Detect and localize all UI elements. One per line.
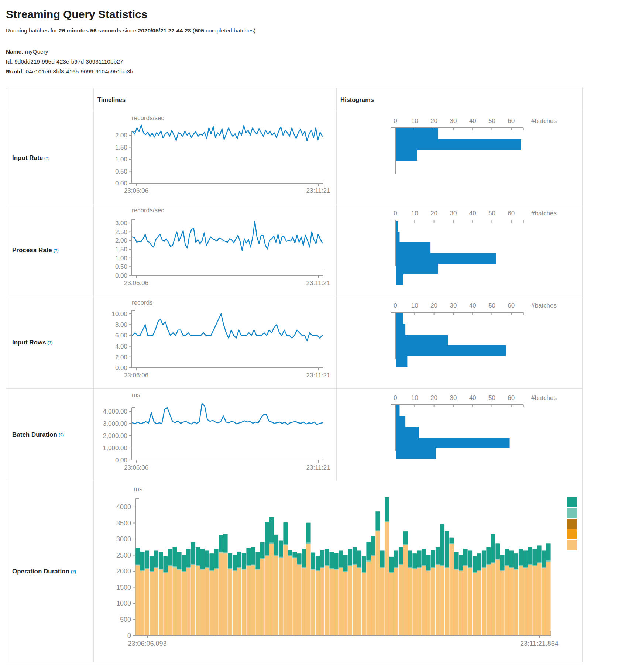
summary-prefix: Running batches for: [6, 27, 59, 34]
operation-duration-legend: [567, 497, 577, 550]
svg-text:40: 40: [469, 302, 476, 309]
input-rows-histogram-chart: 0102030405060#batches: [336, 296, 582, 388]
svg-text:0: 0: [394, 302, 397, 309]
svg-text:0.00: 0.00: [115, 180, 127, 187]
batch-duration-timeline-chart: ms4,000.003,000.002,000.001,000.000.0023…: [93, 388, 336, 481]
running-duration: 26 minutes 56 seconds: [59, 27, 121, 34]
svg-text:records: records: [132, 299, 153, 306]
legend-swatch-5: [567, 540, 577, 550]
legend-swatch-3: [567, 519, 577, 529]
svg-text:23:11:21: 23:11:21: [306, 372, 330, 379]
svg-text:60: 60: [508, 302, 515, 309]
legend-swatch-4: [567, 529, 577, 539]
svg-text:6.00: 6.00: [115, 332, 127, 339]
svg-text:10.00: 10.00: [111, 311, 127, 318]
svg-text:30: 30: [450, 394, 457, 401]
svg-text:50: 50: [488, 302, 495, 309]
input-rate-histogram-svg: 0102030405060#batches: [337, 112, 583, 204]
operation-duration-label: Operation Duration: [12, 568, 69, 575]
process-rate-label: Process Rate: [12, 247, 52, 254]
operation-duration-chart: ms4000350030002500200015001000500023:06:…: [93, 481, 582, 662]
svg-text:1000: 1000: [116, 600, 131, 607]
process-rate-histogram-svg: 0102030405060#batches: [337, 204, 583, 296]
svg-text:2,000.00: 2,000.00: [103, 432, 127, 439]
svg-text:30: 30: [450, 117, 457, 124]
svg-text:2.00: 2.00: [115, 237, 127, 244]
batch-duration-histogram-chart: 0102030405060#batches: [336, 388, 582, 481]
svg-text:20: 20: [430, 394, 437, 401]
query-runid-line: RunId: 04e101e6-8bf8-4165-9099-9104c951b…: [6, 66, 625, 76]
svg-text:0: 0: [394, 117, 397, 124]
svg-text:3000: 3000: [116, 535, 131, 543]
svg-text:23:06:06: 23:06:06: [124, 464, 148, 471]
svg-text:0: 0: [394, 210, 397, 217]
batch-duration-timeline-svg: ms4,000.003,000.002,000.001,000.000.0023…: [94, 389, 337, 481]
svg-text:30: 30: [450, 302, 457, 309]
svg-text:2000: 2000: [116, 568, 131, 575]
svg-text:1500: 1500: [116, 584, 131, 591]
streaming-statistics-page: Streaming Query Statistics Running batch…: [0, 0, 625, 662]
svg-text:40: 40: [469, 210, 476, 217]
svg-text:2.00: 2.00: [115, 354, 127, 361]
svg-text:3500: 3500: [116, 520, 131, 527]
svg-text:#batches: #batches: [531, 394, 557, 401]
process-rate-timeline-chart: records/sec3.002.502.001.501.000.500.002…: [93, 204, 336, 296]
row-label-process-rate: Process Rate (?): [6, 204, 93, 296]
svg-text:1.00: 1.00: [115, 255, 127, 262]
input-rows-timeline-svg: records10.008.006.004.002.000.0023:06:06…: [94, 296, 337, 389]
svg-text:0.00: 0.00: [115, 364, 127, 371]
legend-swatch-1: [567, 497, 577, 507]
query-name-line: Name: myQuery: [6, 47, 625, 56]
svg-text:23:11:21: 23:11:21: [306, 280, 330, 287]
header-empty-cell: [6, 88, 93, 112]
svg-text:2500: 2500: [116, 552, 131, 559]
completed-batch-count: 505: [195, 27, 204, 34]
operation-duration-help-icon[interactable]: (?): [71, 569, 76, 574]
row-label-input-rate: Input Rate (?): [6, 112, 93, 204]
svg-text:0: 0: [127, 632, 131, 639]
svg-text:23:11:21: 23:11:21: [306, 187, 330, 194]
input-rate-timeline-svg: records/sec2.001.501.000.500.0023:06:062…: [94, 112, 337, 204]
svg-text:23:11:21.864: 23:11:21.864: [520, 640, 559, 647]
query-meta: Name: myQuery Id: 9d0dd219-995d-423e-b97…: [6, 47, 625, 76]
svg-text:#batches: #batches: [531, 210, 557, 217]
row-label-batch-duration: Batch Duration (?): [6, 388, 93, 481]
query-runid-label: RunId:: [6, 68, 24, 75]
svg-text:60: 60: [508, 117, 515, 124]
process-rate-timeline-svg: records/sec3.002.502.001.501.000.500.002…: [94, 204, 337, 296]
batch-duration-label: Batch Duration: [12, 431, 57, 439]
svg-text:23:06:06.093: 23:06:06.093: [128, 640, 166, 647]
summary-mid: since: [121, 27, 138, 34]
batch-duration-histogram-svg: 0102030405060#batches: [337, 389, 583, 481]
svg-text:23:06:06: 23:06:06: [124, 372, 148, 379]
input-rows-histogram-svg: 0102030405060#batches: [337, 296, 583, 389]
svg-text:3,000.00: 3,000.00: [103, 420, 127, 427]
svg-text:4000: 4000: [116, 503, 131, 511]
svg-text:0.50: 0.50: [115, 263, 127, 270]
svg-text:1.50: 1.50: [115, 144, 127, 151]
row-label-operation-duration: Operation Duration (?): [6, 481, 93, 662]
svg-text:records/sec: records/sec: [132, 207, 164, 214]
input-rate-help-icon[interactable]: (?): [44, 156, 49, 160]
query-id-line: Id: 9d0dd219-995d-423e-b97d-36931110bb27: [6, 56, 625, 66]
row-label-input-rows: Input Rows (?): [6, 296, 93, 388]
query-id-label: Id:: [6, 58, 13, 65]
operation-duration-svg: ms4000350030002500200015001000500023:06:…: [94, 481, 583, 662]
svg-text:2.50: 2.50: [115, 229, 127, 236]
process-rate-help-icon[interactable]: (?): [54, 248, 59, 253]
svg-text:50: 50: [488, 394, 495, 401]
svg-text:1.50: 1.50: [115, 246, 127, 253]
svg-text:20: 20: [430, 117, 437, 124]
query-name-label: Name:: [6, 48, 23, 55]
summary-paren: (: [191, 27, 195, 34]
svg-text:10: 10: [411, 302, 418, 309]
page-title: Streaming Query Statistics: [6, 8, 625, 21]
running-batches-summary: Running batches for 26 minutes 56 second…: [6, 27, 625, 34]
svg-text:1.00: 1.00: [115, 156, 127, 163]
query-name-value: myQuery: [25, 48, 48, 55]
svg-text:ms: ms: [132, 391, 140, 398]
batch-duration-help-icon[interactable]: (?): [59, 433, 64, 437]
svg-text:0.50: 0.50: [115, 168, 127, 175]
input-rate-timeline-chart: records/sec2.001.501.000.500.0023:06:062…: [93, 112, 336, 204]
input-rows-help-icon[interactable]: (?): [48, 340, 53, 345]
